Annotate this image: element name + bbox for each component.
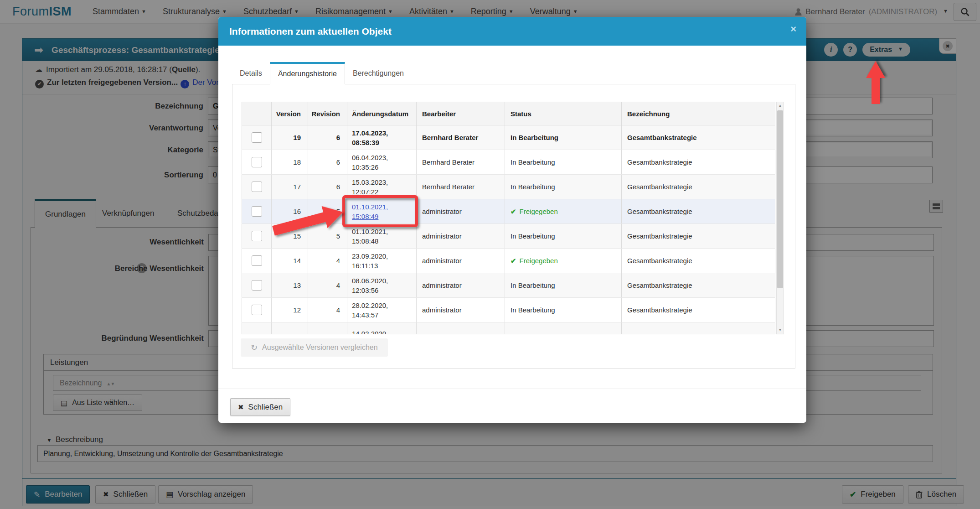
header-bezeichnung[interactable]: Bezeichnung: [622, 102, 775, 125]
modal-title: Informationen zum aktuellen Objekt: [229, 26, 392, 37]
row-select-cell: [242, 150, 272, 174]
version-cell: 19: [272, 125, 308, 150]
table-row[interactable]: 14423.09.2020, 16:11:13administrator✔Fre…: [242, 249, 775, 273]
scrollbar-thumb[interactable]: [777, 110, 783, 288]
version-date: 01.10.2021, 15:08:48: [352, 227, 412, 246]
object-info-modal: Informationen zum aktuellen Objekt × Det…: [218, 17, 806, 423]
scroll-down-icon[interactable]: ▼: [777, 327, 784, 334]
row-checkbox[interactable]: [252, 132, 262, 143]
date-cell: 23.09.2020, 16:11:13: [347, 249, 417, 273]
row-checkbox[interactable]: [252, 255, 262, 266]
date-cell: 08.06.2020, 12:03:56: [347, 273, 417, 297]
table-row[interactable]: 12428.02.2020, 14:43:57administratorIn B…: [242, 298, 775, 322]
revision-cell: 4: [308, 249, 347, 273]
compare-versions-button[interactable]: ↻Ausgewählte Versionen vergleichen: [241, 338, 388, 357]
version-date-link[interactable]: 01.10.2021, 15:08:49: [352, 202, 412, 221]
status-text: In Bearbeitung: [511, 281, 555, 289]
version-date: 08.06.2020, 12:03:56: [352, 276, 412, 295]
header-version[interactable]: Version: [272, 102, 308, 125]
row-checkbox[interactable]: [252, 157, 262, 167]
status-text: In Bearbeitung: [511, 158, 555, 166]
header-aenderungsdatum[interactable]: Änderungsdatum: [347, 102, 417, 125]
revision-cell: 5: [308, 199, 347, 223]
scroll-up-icon[interactable]: ▲: [777, 102, 784, 109]
row-select-cell: [242, 298, 272, 322]
row-select-cell: [242, 273, 272, 297]
check-icon: ✔: [511, 208, 516, 216]
status-cell: In Bearbeitung: [505, 125, 622, 150]
modal-header: Informationen zum aktuellen Objekt: [218, 17, 806, 46]
history-table-body: 19617.04.2023, 08:58:39Bernhard BeraterI…: [242, 125, 775, 334]
editor-cell: Bernhard Berater: [417, 150, 505, 174]
revision-cell: 4: [308, 273, 347, 297]
version-date: 14.02.2020: [352, 329, 386, 334]
row-select-cell: [242, 322, 272, 334]
tab-aenderungshistorie[interactable]: Änderungshistorie: [270, 62, 345, 84]
version-date: 15.03.2023, 12:07:22: [352, 177, 412, 197]
table-row-partial[interactable]: 14.02.2020: [242, 322, 775, 334]
version-cell: 17: [272, 175, 308, 199]
name-cell: Gesamtbankstrategie: [622, 273, 775, 297]
status-cell: [505, 322, 622, 334]
modal-close-button[interactable]: ✖Schließen: [230, 398, 290, 416]
name-cell: Gesamtbankstrategie: [622, 150, 775, 174]
revision-cell: [308, 322, 347, 334]
status-cell: ✔Freigegeben: [505, 249, 622, 273]
version-date: 23.09.2020, 16:11:13: [352, 251, 412, 270]
version-cell: 14: [272, 249, 308, 273]
refresh-icon: ↻: [251, 343, 258, 353]
row-checkbox[interactable]: [252, 231, 262, 241]
row-select-cell: [242, 175, 272, 199]
date-cell: 01.10.2021, 15:08:49: [347, 199, 417, 223]
editor-cell: Bernhard Berater: [417, 125, 505, 150]
header-status[interactable]: Status: [505, 102, 622, 125]
modal-tabs: Details Änderungshistorie Berechtigungen: [232, 62, 412, 84]
revision-cell: 6: [308, 175, 347, 199]
status-text: In Bearbeitung: [511, 232, 555, 240]
version-cell: 15: [272, 224, 308, 248]
version-cell: 18: [272, 150, 308, 174]
date-cell: 01.10.2021, 15:08:48: [347, 224, 417, 248]
table-scrollbar[interactable]: ▲ ▼: [776, 102, 784, 334]
history-table: Version Revision Änderungsdatum Bearbeit…: [242, 102, 775, 334]
header-revision[interactable]: Revision: [308, 102, 347, 125]
row-checkbox[interactable]: [252, 206, 262, 217]
editor-cell: [417, 322, 505, 334]
row-select-cell: [242, 224, 272, 248]
name-cell: Gesamtbankstrategie: [622, 224, 775, 248]
table-row[interactable]: 19617.04.2023, 08:58:39Bernhard BeraterI…: [242, 125, 775, 150]
table-row[interactable]: 16501.10.2021, 15:08:49administrator✔Fre…: [242, 199, 775, 224]
name-cell: Gesamtbankstrategie: [622, 175, 775, 199]
status-text: In Bearbeitung: [511, 183, 555, 191]
name-cell: Gesamtbankstrategie: [622, 125, 775, 150]
version-date: 17.04.2023, 08:58:39: [352, 128, 412, 147]
editor-cell: administrator: [417, 249, 505, 273]
table-row[interactable]: 18606.04.2023, 10:35:26Bernhard BeraterI…: [242, 150, 775, 175]
date-cell: 28.02.2020, 14:43:57: [347, 298, 417, 322]
row-checkbox[interactable]: [252, 280, 262, 291]
tab-berechtigungen[interactable]: Berechtigungen: [345, 62, 412, 84]
close-icon: ✖: [238, 403, 244, 411]
divider: [218, 389, 806, 389]
name-cell: Gesamtbankstrategie: [622, 199, 775, 223]
modal-close-icon[interactable]: ×: [790, 24, 796, 34]
tab-details[interactable]: Details: [232, 62, 270, 84]
row-checkbox[interactable]: [252, 305, 262, 315]
revision-cell: 5: [308, 224, 347, 248]
date-cell: 15.03.2023, 12:07:22: [347, 175, 417, 199]
header-bearbeiter[interactable]: Bearbeiter: [417, 102, 505, 125]
version-cell: 12: [272, 298, 308, 322]
editor-cell: administrator: [417, 199, 505, 223]
date-cell: 06.04.2023, 10:35:26: [347, 150, 417, 174]
status-cell: In Bearbeitung: [505, 298, 622, 322]
table-row[interactable]: 15501.10.2021, 15:08:48administratorIn B…: [242, 224, 775, 249]
revision-cell: 4: [308, 298, 347, 322]
version-date: 28.02.2020, 14:43:57: [352, 301, 412, 320]
status-cell: In Bearbeitung: [505, 150, 622, 174]
status-cell: In Bearbeitung: [505, 273, 622, 297]
table-row[interactable]: 17615.03.2023, 12:07:22Bernhard BeraterI…: [242, 175, 775, 199]
version-cell: 13: [272, 273, 308, 297]
table-row[interactable]: 13408.06.2020, 12:03:56administratorIn B…: [242, 273, 775, 298]
row-checkbox[interactable]: [252, 182, 262, 192]
status-cell: In Bearbeitung: [505, 175, 622, 199]
